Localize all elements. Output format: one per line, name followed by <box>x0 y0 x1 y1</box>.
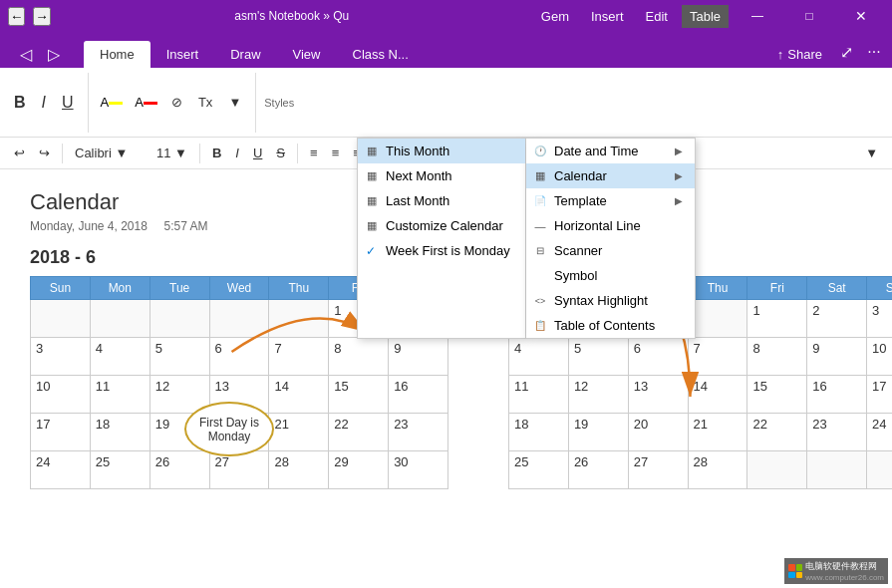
table-row[interactable]: 5 <box>568 338 628 376</box>
table-row[interactable]: 15 <box>747 376 807 414</box>
table-row[interactable]: 11 <box>90 376 149 414</box>
table-row[interactable]: 30 <box>389 451 448 489</box>
menu-table[interactable]: Table <box>682 5 729 28</box>
table-row[interactable]: 14 <box>269 376 329 414</box>
menu-item-week-first[interactable]: Week First is Monday <box>358 238 525 263</box>
table-row[interactable]: 25 <box>90 451 149 489</box>
menu-item-this-month[interactable]: ▦ This Month <box>358 139 525 163</box>
table-row[interactable]: 16 <box>389 376 448 414</box>
table-row[interactable]: 15 <box>329 376 389 414</box>
table-row[interactable]: 10 <box>31 376 91 414</box>
menu-item-toc[interactable]: 📋 Table of Contents <box>526 313 695 338</box>
table-row[interactable]: 21 <box>269 414 329 451</box>
menu-item-scanner[interactable]: ⊟ Scanner <box>526 238 695 263</box>
more-button[interactable]: ··· <box>860 38 888 66</box>
underline-btn2[interactable]: U <box>247 143 268 163</box>
table-row[interactable]: 24 <box>31 451 91 489</box>
align-center[interactable]: ≡ <box>326 143 346 163</box>
table-row[interactable]: 23 <box>807 414 867 451</box>
table-row[interactable]: 5 <box>149 338 209 376</box>
expand-button[interactable]: ⤢ <box>832 38 860 66</box>
close-button[interactable]: ✕ <box>838 0 884 32</box>
nav-forward-button[interactable]: ▷ <box>40 40 68 68</box>
menu-item-symbol[interactable]: Symbol <box>526 263 695 288</box>
nav-back-button[interactable]: ◁ <box>12 40 40 68</box>
tab-draw[interactable]: Draw <box>214 41 276 68</box>
table-row[interactable]: 9 <box>807 338 867 376</box>
table-row[interactable]: 26 <box>568 451 628 489</box>
table-row[interactable]: 7 <box>688 338 747 376</box>
table-row[interactable]: 13 <box>628 376 688 414</box>
align-left[interactable]: ≡ <box>304 143 324 163</box>
minimize-button[interactable]: — <box>735 0 780 32</box>
menu-item-template[interactable]: 📄 Template ▶ <box>526 188 695 213</box>
tab-insert[interactable]: Insert <box>150 41 215 68</box>
table-row[interactable]: 6 <box>628 338 688 376</box>
menu-item-hline[interactable]: — Horizontal Line <box>526 213 695 238</box>
table-row[interactable]: 1 <box>747 300 807 338</box>
table-row[interactable]: 6 <box>209 338 269 376</box>
more-btn[interactable]: ▼ <box>859 143 884 163</box>
share-button[interactable]: ↑ Share <box>767 43 832 66</box>
menu-item-syntax[interactable]: <> Syntax Highlight <box>526 288 695 313</box>
maximize-button[interactable]: □ <box>786 0 832 32</box>
menu-edit[interactable]: Edit <box>638 5 676 28</box>
table-row[interactable]: 2 <box>807 300 867 338</box>
table-row[interactable]: 8 <box>329 338 389 376</box>
table-row[interactable]: 4 <box>90 338 149 376</box>
table-row[interactable]: 24 <box>867 414 892 451</box>
table-row[interactable]: 4 <box>509 338 569 376</box>
table-row[interactable]: 21 <box>688 414 747 451</box>
table-row[interactable]: 28 <box>688 451 747 489</box>
table-row[interactable]: 14 <box>688 376 747 414</box>
table-row[interactable]: 11 <box>509 376 569 414</box>
size-select[interactable]: 11 ▼ <box>150 143 193 163</box>
menu-item-last-month[interactable]: ▦ Last Month <box>358 188 525 213</box>
table-row[interactable]: 27 <box>628 451 688 489</box>
table-row[interactable]: 20 <box>628 414 688 451</box>
table-row[interactable]: 28 <box>269 451 329 489</box>
table-row[interactable] <box>269 300 329 338</box>
table-row[interactable]: 7 <box>269 338 329 376</box>
bold-btn2[interactable]: B <box>206 143 227 163</box>
table-row[interactable]: 17 <box>867 376 892 414</box>
forward-button[interactable]: → <box>33 7 50 26</box>
menu-gem[interactable]: Gem <box>533 5 577 28</box>
table-row[interactable]: 16 <box>807 376 867 414</box>
clear-format-button[interactable]: Tx <box>192 92 218 113</box>
table-row[interactable]: 3 <box>867 300 892 338</box>
table-row[interactable]: 25 <box>509 451 569 489</box>
table-row[interactable]: 3 <box>31 338 91 376</box>
table-row[interactable]: 27 <box>209 451 269 489</box>
table-row[interactable]: 9 <box>389 338 448 376</box>
table-row[interactable] <box>149 300 209 338</box>
redo-button[interactable]: ↪ <box>33 143 56 163</box>
table-row[interactable]: 22 <box>329 414 389 451</box>
table-row[interactable]: 10 <box>867 338 892 376</box>
table-row[interactable]: 19 <box>568 414 628 451</box>
table-row[interactable]: 18 <box>90 414 149 451</box>
table-row[interactable]: 12 <box>568 376 628 414</box>
italic-btn2[interactable]: I <box>229 143 245 163</box>
font-select[interactable]: Calibri ▼ <box>69 143 149 163</box>
table-row[interactable]: 22 <box>747 414 807 451</box>
menu-item-date-time[interactable]: 🕐 Date and Time ▶ <box>526 139 695 163</box>
italic-button[interactable]: I <box>36 91 52 115</box>
eraser-button[interactable]: ⊘ <box>165 92 188 113</box>
menu-item-customize[interactable]: ▦ Customize Calendar <box>358 213 525 238</box>
table-row[interactable] <box>688 300 747 338</box>
table-row[interactable]: 18 <box>509 414 569 451</box>
table-row[interactable]: 23 <box>389 414 448 451</box>
menu-item-next-month[interactable]: ▦ Next Month <box>358 163 525 188</box>
highlight-button[interactable]: A <box>97 93 128 112</box>
table-row[interactable] <box>209 300 269 338</box>
table-row[interactable]: 26 <box>149 451 209 489</box>
table-row[interactable] <box>807 451 867 489</box>
table-row[interactable] <box>867 451 892 489</box>
tab-home[interactable]: Home <box>84 41 150 68</box>
more-format-button[interactable]: ▼ <box>222 92 247 113</box>
font-color-button[interactable]: A <box>131 93 161 112</box>
bold-button[interactable]: B <box>8 91 32 115</box>
table-row[interactable] <box>747 451 807 489</box>
tab-view[interactable]: View <box>277 41 337 68</box>
